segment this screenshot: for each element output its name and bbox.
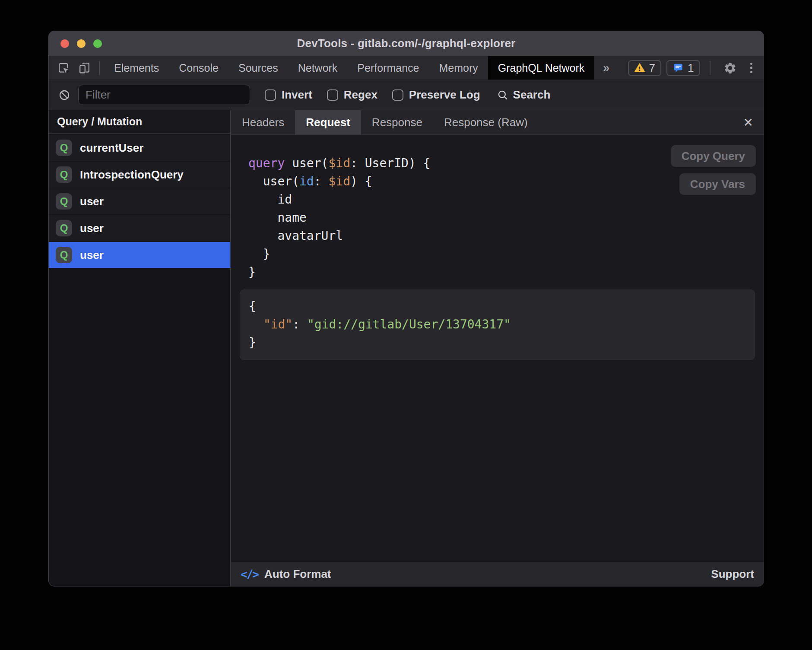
query-list-item-user-2[interactable]: Q user xyxy=(49,188,230,214)
tab-memory[interactable]: Memory xyxy=(429,56,488,80)
checkbox-box[interactable] xyxy=(327,89,338,101)
tab-performance[interactable]: Performance xyxy=(347,56,429,80)
messages-badge[interactable]: 1 xyxy=(666,60,700,76)
request-query-code: query user($id: UserID) { user(id: $id) … xyxy=(248,154,430,281)
search-icon xyxy=(497,89,508,101)
clear-filter-button[interactable] xyxy=(57,89,72,101)
traffic-lights xyxy=(60,31,102,56)
auto-format-icon: </> xyxy=(241,568,258,581)
tab-console[interactable]: Console xyxy=(169,56,228,80)
support-link[interactable]: Support xyxy=(711,567,754,581)
warning-icon xyxy=(634,62,645,73)
checkbox-invert[interactable]: Invert xyxy=(265,88,312,102)
query-label: user xyxy=(80,222,104,235)
warning-count: 7 xyxy=(649,61,655,75)
kebab-menu-icon xyxy=(750,63,753,65)
request-tab-content: query user($id: UserID) { user(id: $id) … xyxy=(231,135,764,562)
minimize-window-button[interactable] xyxy=(77,39,86,48)
query-list: Q currentUser Q IntrospectionQuery Q use… xyxy=(49,134,230,586)
query-list-item-user-3[interactable]: Q user xyxy=(49,215,230,241)
checkbox-box[interactable] xyxy=(265,89,276,101)
query-label: currentUser xyxy=(80,141,143,155)
checkbox-box[interactable] xyxy=(392,89,403,101)
request-variables-box: { "id": "gid://gitlab/User/13704317"} xyxy=(240,290,755,360)
detail-tab-request[interactable]: Request xyxy=(295,110,361,134)
query-sidebar: Query / Mutation Q currentUser Q Introsp… xyxy=(49,110,231,586)
detail-tab-response-raw[interactable]: Response (Raw) xyxy=(433,110,539,134)
settings-button[interactable] xyxy=(720,61,741,75)
sidebar-header: Query / Mutation xyxy=(49,110,230,134)
warnings-badge[interactable]: 7 xyxy=(628,60,661,76)
detail-tab-bar: HeadersRequestResponseResponse (Raw) ✕ xyxy=(231,110,764,135)
block-icon xyxy=(58,89,70,101)
query-type-badge: Q xyxy=(56,193,72,210)
more-tabs-button[interactable]: » xyxy=(594,56,618,80)
title-bar: DevTools - gitlab.com/-/graphql-explorer xyxy=(49,31,764,56)
search-button[interactable]: Search xyxy=(497,88,551,102)
device-toolbar-button[interactable] xyxy=(74,56,95,80)
window-title: DevTools - gitlab.com/-/graphql-explorer xyxy=(297,37,516,50)
detail-footer: </> Auto Format Support xyxy=(231,562,764,586)
checkbox-label: Preserve Log xyxy=(409,88,480,102)
tab-sources[interactable]: Sources xyxy=(228,56,288,80)
close-window-button[interactable] xyxy=(60,39,69,48)
copy-vars-button[interactable]: Copy Vars xyxy=(679,173,756,195)
checkbox-label: Invert xyxy=(282,88,312,102)
checkbox-regex[interactable]: Regex xyxy=(327,88,377,102)
zoom-window-button[interactable] xyxy=(93,39,102,48)
close-panel-button[interactable]: ✕ xyxy=(733,110,764,134)
request-variables-code: { "id": "gid://gitlab/User/13704317"} xyxy=(249,297,755,352)
query-type-badge: Q xyxy=(56,247,72,263)
detail-tab-response[interactable]: Response xyxy=(361,110,433,134)
checkbox-preserve-log[interactable]: Preserve Log xyxy=(392,88,480,102)
query-label: user xyxy=(80,249,104,262)
devtools-tab-strip: ElementsConsoleSourcesNetworkPerformance… xyxy=(104,56,594,80)
devtools-toolbar: ElementsConsoleSourcesNetworkPerformance… xyxy=(49,56,764,80)
toolbar-right-cluster: 7 1 xyxy=(628,56,764,80)
auto-format-button[interactable]: Auto Format xyxy=(264,567,331,581)
copy-query-button[interactable]: Copy Query xyxy=(671,145,756,167)
main-split: Query / Mutation Q currentUser Q Introsp… xyxy=(49,110,764,586)
query-type-badge: Q xyxy=(56,220,72,236)
desktop-background: DevTools - gitlab.com/-/graphql-explorer… xyxy=(0,0,812,650)
inspect-element-button[interactable] xyxy=(53,56,74,80)
filter-checkbox-group: Invert Regex Preserve Log xyxy=(250,88,480,102)
query-type-badge: Q xyxy=(56,166,72,183)
device-toolbar-icon xyxy=(78,61,91,75)
checkbox-label: Regex xyxy=(344,88,377,102)
message-count: 1 xyxy=(688,61,694,75)
query-type-badge: Q xyxy=(56,140,72,156)
query-list-item-user-4[interactable]: Q user xyxy=(49,242,230,268)
tab-network[interactable]: Network xyxy=(288,56,348,80)
devtools-window: DevTools - gitlab.com/-/graphql-explorer… xyxy=(49,31,764,586)
query-list-item-currentuser-0[interactable]: Q currentUser xyxy=(49,135,230,161)
query-label: user xyxy=(80,195,104,208)
request-detail-panel: HeadersRequestResponseResponse (Raw) ✕ q… xyxy=(231,110,764,586)
filter-bar: Invert Regex Preserve Log Search xyxy=(49,80,764,110)
detail-tab-strip: HeadersRequestResponseResponse (Raw) xyxy=(231,110,539,134)
tab-elements[interactable]: Elements xyxy=(104,56,169,80)
toolbar-divider xyxy=(710,61,710,75)
query-list-item-introspectionquery-1[interactable]: Q IntrospectionQuery xyxy=(49,162,230,188)
query-label: IntrospectionQuery xyxy=(80,168,184,182)
inspect-cursor-icon xyxy=(57,61,70,75)
chat-bubble-icon xyxy=(672,62,684,73)
tab-graphql-network[interactable]: GraphQL Network xyxy=(488,56,595,80)
filter-input[interactable] xyxy=(78,85,250,105)
gear-icon xyxy=(723,61,737,75)
search-label: Search xyxy=(513,88,551,102)
toolbar-divider xyxy=(99,61,100,75)
detail-tab-headers[interactable]: Headers xyxy=(231,110,295,134)
more-options-button[interactable] xyxy=(746,63,757,73)
